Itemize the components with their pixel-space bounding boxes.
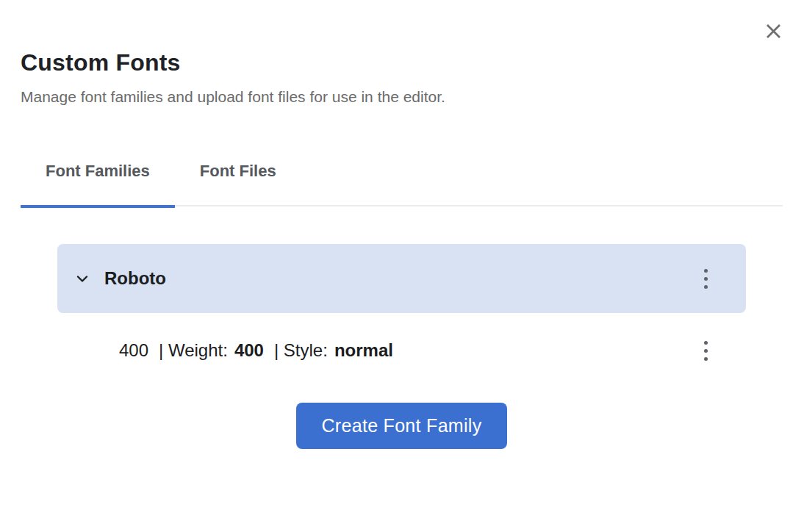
tab-font-families[interactable]: Font Families xyxy=(21,160,175,206)
tabs-bar: Font Families Font Files xyxy=(21,160,783,206)
family-menu-button[interactable] xyxy=(695,262,716,295)
variant-menu-button[interactable] xyxy=(695,334,716,367)
variant-style-value: normal xyxy=(334,340,393,361)
font-family-row[interactable]: Roboto xyxy=(57,244,746,313)
font-variant-row: 400 | Weight: 400 | Style: normal xyxy=(57,328,746,373)
kebab-dot xyxy=(704,277,708,281)
kebab-dot xyxy=(704,349,708,353)
kebab-dot xyxy=(704,269,708,273)
create-font-family-button[interactable]: Create Font Family xyxy=(296,403,507,449)
variant-weight-value: 400 xyxy=(234,340,264,361)
kebab-dot xyxy=(704,357,708,361)
tab-font-files[interactable]: Font Files xyxy=(175,160,301,206)
collapse-family-button[interactable] xyxy=(72,268,93,289)
kebab-dot xyxy=(704,285,708,289)
variant-style-label: | Style: xyxy=(274,340,328,361)
variant-weight-label: | Weight: xyxy=(159,340,228,361)
variant-name: 400 xyxy=(119,340,148,361)
font-family-name: Roboto xyxy=(104,268,166,289)
custom-fonts-dialog: Custom Fonts Manage font families and up… xyxy=(0,0,804,532)
kebab-menu-icon xyxy=(704,341,708,361)
chevron-down-icon xyxy=(73,270,91,287)
close-icon xyxy=(764,21,783,41)
dialog-title: Custom Fonts xyxy=(21,48,783,76)
kebab-dot xyxy=(704,341,708,345)
tab-font-files-label: Font Files xyxy=(200,162,276,181)
font-family-list: Roboto 400 | Weight: 400 | Style: normal xyxy=(21,244,783,373)
kebab-menu-icon xyxy=(704,269,708,289)
dialog-subtitle: Manage font families and upload font fil… xyxy=(21,87,783,107)
tab-font-families-label: Font Families xyxy=(46,162,150,181)
close-button[interactable] xyxy=(760,18,786,44)
dialog-actions: Create Font Family xyxy=(21,403,783,449)
